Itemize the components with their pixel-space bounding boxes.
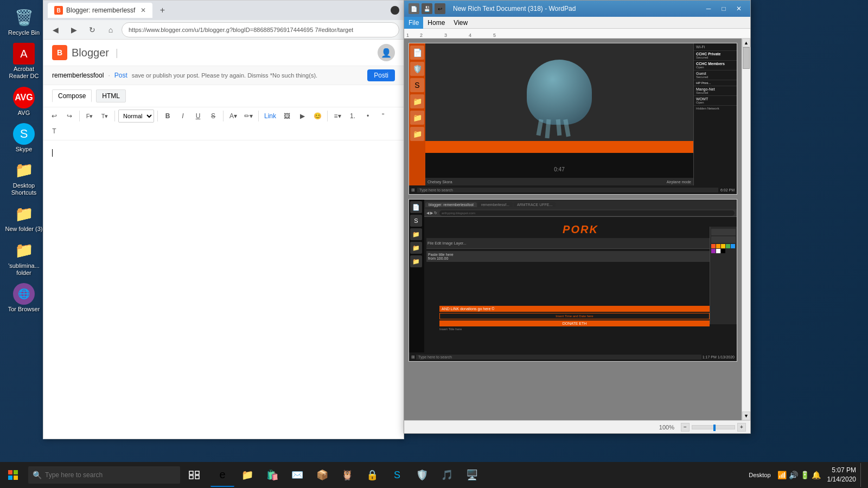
zoom-slider-thumb[interactable]: [713, 425, 716, 431]
task-view-button[interactable]: [182, 463, 206, 487]
desktop-icon-recycle-bin[interactable]: 🗑️ Recycle Bin: [2, 4, 46, 38]
compose-tab[interactable]: Compose: [52, 89, 92, 102]
page-thumbnail-1[interactable]: 📄 🛡️ S 📁 📁 📁: [409, 43, 737, 195]
search-input[interactable]: [45, 471, 176, 479]
network-icon[interactable]: 📶: [777, 471, 787, 479]
subliminal-label: 'sublimina... folder: [4, 262, 43, 277]
taskbar-app11[interactable]: 🖥️: [460, 463, 484, 487]
remove-format-button[interactable]: T: [48, 125, 61, 138]
taskbar-mail[interactable]: ✉️: [285, 463, 309, 487]
scroll-thumb[interactable]: [743, 47, 750, 69]
browser-content: B Blogger | 👤 rememberlessfool · Post sa…: [43, 40, 404, 439]
taskbar-tripadvisor[interactable]: 🦉: [335, 463, 359, 487]
forward-button[interactable]: ▶: [66, 22, 81, 37]
start-button[interactable]: [0, 462, 26, 488]
volume-icon[interactable]: 🔊: [789, 471, 798, 479]
svg-rect-4: [189, 471, 193, 474]
taskbar-skype[interactable]: S: [385, 463, 409, 487]
link-button[interactable]: Link: [262, 110, 278, 123]
refresh-button[interactable]: ↻: [85, 22, 100, 37]
skype-icon: S: [13, 123, 35, 145]
avg-label: AVG: [18, 110, 30, 117]
menu-file[interactable]: File: [404, 17, 423, 29]
post-button[interactable]: Posti: [367, 69, 395, 81]
quote-button[interactable]: ": [376, 110, 390, 123]
desktop-icon-tor[interactable]: 🌐 Tor Browser: [2, 281, 46, 315]
blogger-logo: B Blogger: [52, 45, 109, 60]
redo-button[interactable]: ↪: [63, 110, 76, 123]
desktop-icon-new-folder[interactable]: 📁 New folder (3): [2, 201, 46, 235]
strikethrough-button[interactable]: S: [207, 110, 220, 123]
highlight-button[interactable]: ✏▾: [242, 110, 255, 123]
editor-area[interactable]: [43, 140, 404, 357]
svg-rect-0: [8, 470, 12, 474]
page-thumbnail-2[interactable]: 📄 S 📁 📁 📁 blogger: rememberlessfool reme…: [409, 199, 737, 362]
italic-button[interactable]: I: [176, 110, 189, 123]
underline-button[interactable]: U: [192, 110, 205, 123]
recycle-bin-label: Recycle Bin: [8, 29, 40, 36]
emoji-button[interactable]: 😊: [311, 110, 324, 123]
taskbar-store[interactable]: 🛍️: [260, 463, 284, 487]
desktop-icon-skype[interactable]: S Skype: [2, 121, 46, 155]
taskbar-amazon[interactable]: 📦: [310, 463, 334, 487]
wordpad-icon-1[interactable]: 📄: [409, 3, 419, 14]
unordered-list-button[interactable]: •: [361, 110, 374, 123]
taskbar-edge[interactable]: e: [210, 463, 234, 487]
undo-button[interactable]: ↩: [48, 110, 61, 123]
scroll-down-button[interactable]: ▼: [742, 412, 750, 420]
ordered-list-button[interactable]: 1.: [346, 110, 359, 123]
taskbar-search-bar[interactable]: 🔍: [28, 466, 180, 484]
post-link[interactable]: Post: [114, 72, 127, 79]
font-format-button[interactable]: F▾: [83, 110, 96, 123]
font-style-dropdown[interactable]: Normal: [118, 110, 154, 123]
desktop-icon-subliminal[interactable]: 📁 'sublimina... folder: [2, 237, 46, 279]
minimize-button[interactable]: ─: [701, 3, 716, 14]
taskbar-clock[interactable]: 5:07 PM 1/14/2020: [827, 466, 856, 484]
windows-logo-icon: [8, 470, 18, 480]
svg-rect-6: [189, 476, 193, 479]
close-button[interactable]: ✕: [732, 3, 746, 14]
home-button[interactable]: ⌂: [103, 22, 118, 37]
taskbar-file-explorer[interactable]: 📁: [235, 463, 259, 487]
menu-home[interactable]: Home: [423, 17, 449, 29]
scroll-up-button[interactable]: ▲: [742, 38, 750, 47]
html-tab[interactable]: HTML: [96, 89, 126, 102]
align-button[interactable]: ≡▾: [331, 110, 344, 123]
wordpad-icon-3[interactable]: ↩: [435, 3, 445, 14]
font-color-button[interactable]: A▾: [227, 110, 240, 123]
taskbar-app7[interactable]: 🔒: [360, 463, 384, 487]
browser-minimize[interactable]: [391, 6, 399, 15]
desktop-icon-shortcuts[interactable]: 📁 Desktop Shortcuts: [2, 157, 46, 198]
back-button[interactable]: ◀: [48, 22, 63, 37]
notification-icon[interactable]: 🔔: [812, 471, 821, 479]
text-size-button[interactable]: T▾: [98, 110, 111, 123]
wordpad-scroll-content[interactable]: 📄 🛡️ S 📁 📁 📁: [404, 38, 742, 420]
taskbar-vlc-icon: 🎵: [441, 469, 453, 481]
wordpad-icon-2[interactable]: 💾: [422, 3, 432, 14]
address-bar[interactable]: https://www.blogger.com/u/1/blogger.g?bl…: [122, 22, 399, 37]
bold-button[interactable]: B: [161, 110, 174, 123]
desktop-icon-acrobat[interactable]: A Acrobat Reader DC: [2, 41, 46, 82]
taskbar-vlc[interactable]: 🎵: [435, 463, 459, 487]
zoom-in-button[interactable]: +: [737, 423, 746, 432]
image-button[interactable]: 🖼: [280, 110, 293, 123]
tor-icon: 🌐: [13, 283, 35, 305]
maximize-button[interactable]: □: [717, 3, 731, 14]
menu-view[interactable]: View: [449, 17, 472, 29]
svg-rect-7: [195, 476, 199, 479]
taskbar-tray-area: Desktop 📶 🔊 🔋 🔔 5:07 PM 1/14/2020: [744, 463, 868, 487]
wordpad-window: 📄 💾 ↩ New Rich Text Document (318) - Wor…: [404, 0, 751, 434]
taskbar-avg[interactable]: 🛡️: [410, 463, 434, 487]
user-avatar[interactable]: 👤: [378, 44, 395, 61]
taskbar-apps: e 📁 🛍️ ✉️ 📦 🦉 🔒: [210, 463, 484, 487]
mini-icon-2: 🛡️: [410, 62, 424, 76]
new-tab-button[interactable]: +: [155, 3, 170, 18]
tab-close-button[interactable]: ✕: [141, 7, 146, 14]
browser-tab-active[interactable]: B Blogger: rememberlessf ✕: [48, 3, 152, 18]
zoom-out-button[interactable]: −: [681, 423, 690, 432]
battery-icon[interactable]: 🔋: [800, 471, 809, 479]
show-desktop-button[interactable]: [860, 463, 864, 487]
zoom-slider-track[interactable]: [692, 425, 735, 429]
desktop-icon-avg[interactable]: AVG AVG: [2, 85, 46, 119]
video-button[interactable]: ▶: [296, 110, 309, 123]
